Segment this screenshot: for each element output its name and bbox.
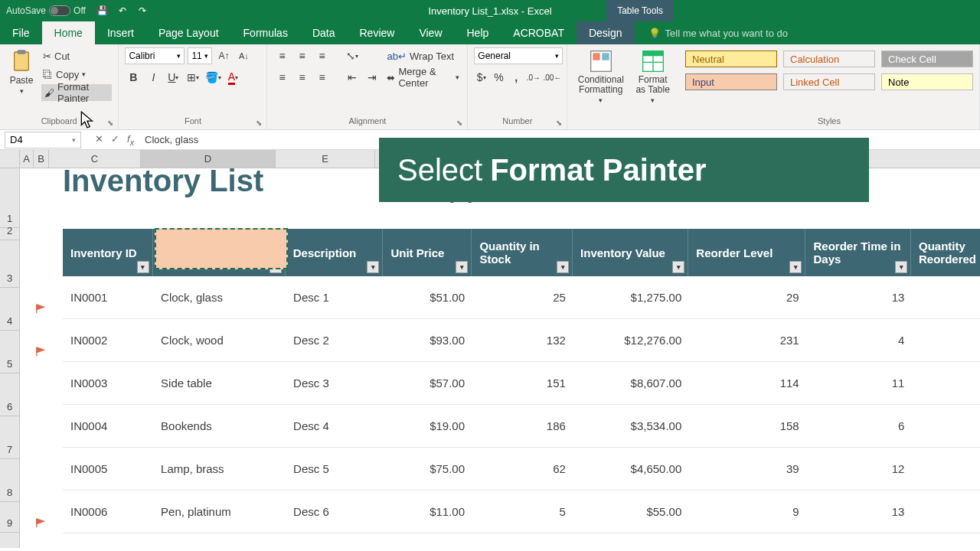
cell-qty[interactable]: 186 bbox=[472, 405, 573, 447]
row-header[interactable]: 3 bbox=[0, 240, 19, 288]
table-row[interactable]: IN0006Pen, platinumDesc 6$11.005$55.0091… bbox=[63, 491, 980, 533]
cell-desc[interactable]: Desc 3 bbox=[286, 362, 384, 404]
cell-name[interactable]: Clock, wood bbox=[153, 319, 286, 361]
row-header[interactable]: 1 bbox=[0, 168, 19, 228]
filter-icon[interactable]: ▾ bbox=[456, 261, 468, 273]
cell-qty[interactable]: 62 bbox=[472, 448, 573, 490]
cell-lvl[interactable]: 9 bbox=[689, 491, 806, 533]
cell-qty[interactable]: 151 bbox=[472, 362, 573, 404]
cell-price[interactable]: $51.00 bbox=[384, 276, 472, 318]
row-header[interactable]: 9 bbox=[0, 502, 19, 533]
style-input[interactable]: Input bbox=[685, 73, 777, 90]
cell-desc[interactable]: Desc 1 bbox=[286, 276, 384, 318]
undo-icon[interactable]: ↶ bbox=[116, 5, 129, 17]
cell-qre[interactable] bbox=[912, 362, 980, 404]
col-unit-price[interactable]: Unit Price bbox=[390, 246, 444, 259]
style-note[interactable]: Note bbox=[881, 73, 973, 90]
cell-qre[interactable] bbox=[912, 276, 980, 318]
cell-val[interactable]: $3,534.00 bbox=[573, 405, 689, 447]
enter-icon[interactable]: ✓ bbox=[111, 133, 119, 147]
filter-icon[interactable]: ▾ bbox=[895, 261, 907, 273]
decrease-indent-icon[interactable]: ⇤ bbox=[344, 69, 361, 86]
row-header[interactable]: 8 bbox=[0, 459, 19, 502]
borders-button[interactable]: ⊞▾ bbox=[185, 69, 201, 86]
cell-id[interactable]: IN0005 bbox=[63, 448, 153, 490]
cell-lvl[interactable]: 39 bbox=[689, 448, 806, 490]
cell-price[interactable]: $11.00 bbox=[384, 491, 472, 533]
tab-file[interactable]: File bbox=[0, 21, 42, 44]
cell-id[interactable]: IN0001 bbox=[63, 276, 153, 318]
underline-button[interactable]: U▾ bbox=[165, 69, 181, 86]
filter-icon[interactable]: ▾ bbox=[789, 261, 802, 273]
cell-val[interactable]: $4,650.00 bbox=[573, 448, 689, 490]
style-neutral[interactable]: Neutral bbox=[685, 51, 777, 67]
cell-qty[interactable]: 25 bbox=[472, 276, 573, 318]
decrease-decimal-icon[interactable]: .00← bbox=[544, 69, 560, 86]
cell-price[interactable]: $57.00 bbox=[384, 362, 472, 404]
cell-val[interactable]: $8,607.00 bbox=[573, 362, 689, 404]
redo-icon[interactable]: ↷ bbox=[136, 5, 149, 17]
cell-qre[interactable] bbox=[912, 405, 980, 447]
tab-formulas[interactable]: Formulas bbox=[231, 21, 300, 44]
align-center-icon[interactable]: ≡ bbox=[293, 69, 310, 86]
table-row[interactable]: IN0004BookendsDesc 4$19.00186$3,534.0015… bbox=[63, 405, 980, 448]
cell-qre[interactable] bbox=[912, 448, 980, 490]
cell-desc[interactable]: Desc 5 bbox=[286, 448, 384, 490]
number-format-combo[interactable]: General▾ bbox=[474, 47, 563, 64]
align-left-icon[interactable]: ≡ bbox=[273, 69, 290, 86]
align-top-icon[interactable]: ≡ bbox=[273, 47, 290, 64]
cell-id[interactable]: IN0002 bbox=[63, 319, 153, 361]
tab-review[interactable]: Review bbox=[348, 21, 407, 44]
cell-lvl[interactable]: 158 bbox=[689, 405, 806, 447]
autosave-toggle[interactable]: AutoSave Off bbox=[6, 5, 86, 16]
cell-lvl[interactable]: 29 bbox=[689, 276, 806, 318]
bold-button[interactable]: B bbox=[125, 69, 142, 86]
align-right-icon[interactable]: ≡ bbox=[313, 69, 330, 86]
filter-icon[interactable]: ▾ bbox=[672, 261, 684, 273]
fx-icon[interactable]: fx bbox=[127, 133, 134, 147]
col-qty-stock[interactable]: Quantity in Stock bbox=[479, 240, 564, 266]
table-row[interactable]: IN0005Lamp, brassDesc 5$75.0062$4,650.00… bbox=[63, 448, 980, 491]
decrease-font-icon[interactable]: A↓ bbox=[235, 47, 252, 64]
cell-name[interactable]: Bookends bbox=[153, 405, 286, 447]
cell-val[interactable]: $1,275.00 bbox=[573, 276, 689, 318]
style-linked-cell[interactable]: Linked Cell bbox=[783, 73, 875, 90]
tab-view[interactable]: View bbox=[407, 21, 454, 44]
worksheet-grid[interactable]: 1 2 3 4 5 6 7 8 9 A B C D E Inventory Li… bbox=[0, 150, 980, 548]
cell-val[interactable]: $12,276.00 bbox=[573, 319, 689, 361]
font-color-button[interactable]: A▾ bbox=[224, 69, 241, 86]
cell-name[interactable]: Side table bbox=[153, 362, 286, 404]
tell-me-search[interactable]: 💡 Tell me what you want to do bbox=[648, 28, 788, 39]
col-header[interactable]: B bbox=[34, 150, 49, 168]
conditional-formatting-button[interactable]: Conditional Formatting▾ bbox=[573, 47, 628, 104]
cell-qre[interactable] bbox=[912, 319, 980, 361]
font-size-combo[interactable]: 11▾ bbox=[188, 47, 212, 64]
cell-lvl[interactable]: 231 bbox=[689, 319, 806, 361]
orientation-icon[interactable]: ⤡▾ bbox=[344, 47, 361, 64]
col-header[interactable]: A bbox=[20, 150, 34, 168]
tab-help[interactable]: Help bbox=[455, 21, 501, 44]
filter-icon[interactable]: ▾ bbox=[557, 261, 569, 273]
filter-icon[interactable]: ▾ bbox=[137, 261, 149, 273]
accounting-format-button[interactable]: $▾ bbox=[474, 69, 488, 86]
cell-id[interactable]: IN0003 bbox=[63, 362, 153, 404]
cell-time[interactable]: 6 bbox=[807, 405, 913, 447]
select-all[interactable] bbox=[0, 150, 19, 168]
comma-button[interactable]: , bbox=[509, 69, 524, 86]
wrap-text-button[interactable]: ab↵Wrap Text bbox=[385, 47, 461, 64]
row-header[interactable]: 4 bbox=[0, 288, 19, 331]
col-inventory-value[interactable]: Inventory Value bbox=[580, 246, 665, 259]
align-bottom-icon[interactable]: ≡ bbox=[313, 47, 330, 64]
cell-id[interactable]: IN0006 bbox=[63, 491, 153, 533]
col-qty-reordered[interactable]: Quantity Reordered bbox=[919, 240, 976, 266]
table-row[interactable]: IN0001Clock, glassDesc 1$51.0025$1,275.0… bbox=[63, 276, 980, 319]
style-calculation[interactable]: Calculation bbox=[783, 51, 875, 67]
cell-qre[interactable] bbox=[912, 491, 980, 533]
merge-center-button[interactable]: ⬌Merge & Center▾ bbox=[385, 69, 461, 86]
cell-price[interactable]: $93.00 bbox=[384, 319, 472, 361]
tab-insert[interactable]: Insert bbox=[95, 21, 146, 44]
tab-acrobat[interactable]: ACROBAT bbox=[501, 21, 577, 44]
name-box[interactable]: D4▾ bbox=[5, 132, 81, 148]
cell-price[interactable]: $75.00 bbox=[384, 448, 472, 490]
increase-indent-icon[interactable]: ⇥ bbox=[364, 69, 381, 86]
